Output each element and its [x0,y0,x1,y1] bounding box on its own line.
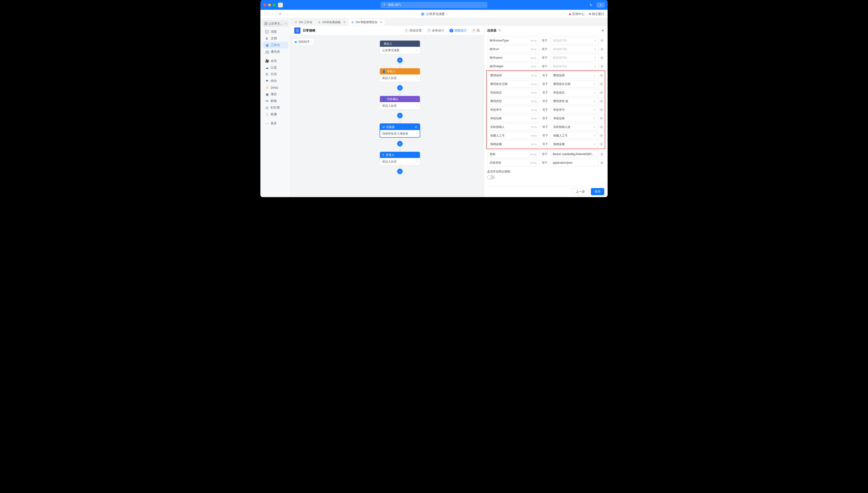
flow-helper-button[interactable]: ▦ 流程助手 › [292,38,314,45]
flow-node-3[interactable]: ⇄ 连接器 ✕ 报销审批录入维格表 › [380,123,420,138]
sidebar-item-6[interactable]: 🗓日历 [262,71,288,78]
param-name-field[interactable]: 授权 string [487,151,539,158]
tab-close-icon[interactable]: ✕ [342,21,345,24]
global-search-input[interactable]: 🔍 搜索 (⌘F) [381,2,487,8]
gear-icon[interactable]: ⚙ [600,161,604,165]
param-name-field[interactable]: 内容类型 string [487,159,539,166]
gear-icon[interactable]: ⚙ [600,82,604,86]
nav-back-button[interactable]: 〈 [264,12,267,16]
param-value-select[interactable]: 实际报销人值 ▾ [551,123,598,130]
gear-icon[interactable]: ⚙ [600,47,604,51]
gear-icon[interactable]: ⚙ [600,125,604,129]
minimize-window-button[interactable] [268,4,271,6]
param-name-field[interactable]: 附件height array [487,63,539,70]
param-name-field[interactable]: 审批状态 array [488,89,540,96]
sidebar-item-9[interactable]: ▣项目 [262,91,288,98]
wizard-step-3[interactable]: 4高 [472,28,480,33]
prev-step-button[interactable]: 上一步 [572,188,589,195]
param-value-select[interactable]: 费用说明 ▾ [551,72,598,79]
maximize-window-button[interactable] [273,4,276,6]
sidebar-item-11[interactable]: ⌬钉钉搭 [262,104,288,111]
sidebar-item-4[interactable]: 🎥会议 [262,58,288,64]
param-name-field[interactable]: 创建人工号 array [488,132,540,139]
close-panel-button[interactable]: ✕ [601,29,604,33]
page-title-dropdown-icon[interactable]: ▾ [446,13,447,15]
param-name-field[interactable]: 附件url array [487,46,539,53]
param-value-select[interactable]: 费用发生日期 ▾ [551,80,598,88]
nav-forward-button[interactable]: 〉 [272,12,275,16]
save-button[interactable]: 保存 [591,188,604,195]
param-name-field[interactable]: 审批结果 array [488,115,540,122]
wizard-step-0[interactable]: 1基础设置 [405,28,422,33]
param-value-select[interactable]: 请选择字段 ▾ [550,37,598,44]
sidebar-item-1[interactable]: 🗎文档 [262,35,288,42]
sidebar-item-5[interactable]: ☁云盘 [262,64,288,71]
close-window-button[interactable] [263,4,266,6]
tab-0[interactable]: ●OA 工作台 [292,19,315,25]
sidebar-item-2[interactable]: ▦工作台 [262,42,288,48]
app-center-link[interactable]: ◆ 应用中心 [569,12,585,16]
sidebar-item-3[interactable]: 📇通讯录 [262,48,288,55]
wizard-step-2[interactable]: 3流程设计 [450,28,467,33]
flow-node-0[interactable]: 发起人 让世界充满爱 › [380,40,420,54]
param-value-select[interactable]: 报销金额 ▾ [551,141,598,148]
param-value-select[interactable]: 审批状态 ▾ [551,89,598,96]
sidebar-item-12[interactable]: ☆收藏 [262,111,288,117]
sidebar-item-10[interactable]: ✉邮箱 [262,98,288,104]
gear-icon[interactable]: ⚙ [600,134,604,137]
tab-1[interactable]: ●OA审批高级版✕ [315,19,348,25]
param-name-field[interactable]: 附件mimeType array [487,37,539,44]
refresh-button[interactable]: ⟳ [279,12,282,16]
add-node-button[interactable]: + [397,141,403,146]
flow-node-4[interactable]: ✈ 抄送人 发起人自选 › [380,152,420,165]
gear-icon[interactable]: ⚙ [600,39,604,42]
add-button[interactable]: ＋ [597,2,605,8]
add-node-button[interactable]: + [397,169,403,174]
history-icon[interactable]: ↻ [588,2,594,8]
flow-node-2[interactable]: 👤 付款确认 发起人自选 › [380,96,420,109]
gear-icon[interactable]: ⚙ [600,64,604,68]
edit-icon[interactable]: ✎ [498,29,501,32]
param-value-select[interactable]: 请选择字段 ▾ [550,54,598,61]
param-name-field[interactable]: 实际报销人 array [488,123,540,130]
wizard-step-1[interactable]: 2表单设计 [427,28,444,33]
gear-icon[interactable]: ⚙ [600,56,604,60]
add-node-button[interactable]: + [397,58,403,63]
popout-link[interactable]: ⧉ 独立窗口 [589,12,604,16]
gear-icon[interactable]: ⚙ [600,142,604,146]
param-value-select[interactable]: 请选择字段 ▾ [550,63,598,70]
param-name-field[interactable]: 费用说明 array [488,72,540,79]
sync-toggle[interactable] [487,175,495,179]
sidebar-item-8[interactable]: ⚡DING [262,84,288,91]
add-node-button[interactable]: + [397,85,403,90]
sidebar-item-13[interactable]: ⋯更多 [262,120,288,127]
gear-icon[interactable]: ⚙ [600,116,604,120]
gear-icon[interactable]: ⚙ [600,108,604,112]
param-row: 创建人工号 array 等于 创建人工号 ▾ ⚙ [488,132,604,139]
flow-node-1[interactable]: 👤 审批人 发起人自选 › [380,68,420,82]
param-name-field[interactable]: 审批单号 array [488,106,540,113]
tab-close-icon[interactable]: ✕ [379,21,382,24]
sidebar-item-7[interactable]: ⚑待办 [262,78,288,84]
flow-canvas[interactable]: 发起人 让世界充满爱 › + ▾ 👤 审批人 发起人自选 › + ▾ 👤 付款确… [316,36,484,197]
gear-icon[interactable]: ⚙ [600,99,604,103]
gear-icon[interactable]: ⚙ [600,73,604,77]
param-value-select[interactable]: Bearer uskbkb8lgJN4wnkEBPlSqUp [550,151,598,158]
gear-icon[interactable]: ⚙ [600,91,604,94]
sidebar-item-0[interactable]: 💬消息 [262,28,288,35]
param-name-field[interactable]: 报销金额 array [488,141,540,148]
param-value-select[interactable]: 创建人工号 ▾ [551,132,598,139]
gear-icon[interactable]: ⚙ [600,152,604,156]
param-name-field[interactable]: 费用类型 array [488,98,540,105]
org-selector[interactable]: 让世界充满爱 ▾ [262,20,288,27]
node-close-icon[interactable]: ✕ [415,125,417,129]
param-value-select[interactable]: 审批结果 ▾ [551,115,598,122]
param-value-select[interactable]: 请选择字段 ▾ [550,46,598,53]
param-value-select[interactable]: 审批单号 ▾ [551,106,598,113]
param-name-field[interactable]: 费用发生日期 array [488,80,540,88]
param-value-select[interactable]: 费用类型.值 ▾ [551,98,598,105]
add-node-button[interactable]: + [397,113,403,118]
param-name-field[interactable]: 附件token array [487,54,539,61]
tab-2[interactable]: ●OA 审批管理后台✕ [348,19,385,25]
param-value-select[interactable]: application/json [550,159,598,166]
